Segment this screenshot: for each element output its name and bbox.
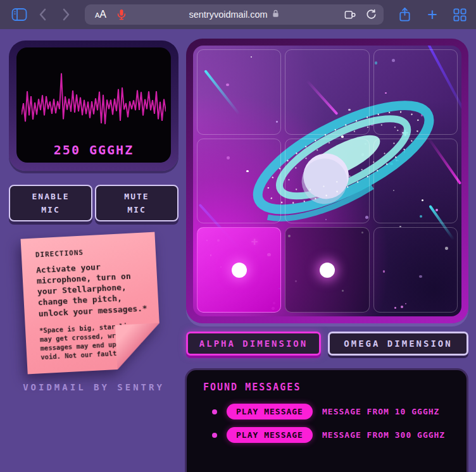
message-label: MESSAGE FROM 10 GGGHZ — [322, 407, 439, 416]
tab-overview-icon[interactable] — [453, 8, 467, 22]
back-icon[interactable] — [36, 7, 50, 22]
omega-dimension-button[interactable]: OMEGA DIMENSION — [328, 332, 468, 356]
star-grid-cell-r1c1[interactable] — [197, 49, 281, 135]
message-row: PLAY MESSAGE MESSAGE FROM 300 GGGHZ — [203, 427, 450, 443]
url-text: sentryvoidmail.com — [189, 9, 267, 20]
share-icon[interactable] — [398, 6, 412, 23]
message-label: MESSAGE FROM 300 GGGHZ — [322, 430, 445, 440]
star-grid-cell-r2c3[interactable] — [373, 139, 458, 224]
note-body: Activate your microphone, turn on your S… — [36, 259, 150, 319]
found-messages-panel: FOUND MESSAGES PLAY MESSAGE MESSAGE FROM… — [185, 368, 468, 472]
sidebar-icon[interactable] — [11, 8, 27, 22]
play-message-button[interactable]: PLAY MESSAGE — [227, 427, 313, 443]
radio-screen: 250 GGGHZ — [16, 47, 171, 163]
star-grid-cell-r2c2[interactable] — [285, 139, 369, 224]
enable-mic-button[interactable]: ENABLE MIC — [9, 185, 92, 221]
reload-icon[interactable] — [365, 8, 377, 21]
star-grid-cell-r2c1[interactable] — [197, 139, 281, 224]
bullet-dot — [212, 409, 217, 414]
found-messages-title: FOUND MESSAGES — [203, 382, 450, 393]
reader-mode-button[interactable]: AA — [95, 9, 106, 20]
forward-icon[interactable] — [59, 7, 73, 22]
voidmail-page: 250 GGGHZ ENABLE MIC MUTE MIC DIRECTIONS… — [0, 29, 476, 472]
bullet-dot — [212, 433, 217, 438]
message-row: PLAY MESSAGE MESSAGE FROM 10 GGGHZ — [203, 404, 450, 419]
message-orb — [232, 263, 247, 278]
note-heading: DIRECTIONS — [35, 245, 144, 259]
address-bar[interactable]: AA sentryvoidmail.com — [85, 4, 384, 25]
browser-toolbar: AA sentryvoidmail.com — [0, 0, 476, 29]
star-grid-cell-r3c2[interactable] — [285, 227, 369, 313]
message-orb — [320, 263, 335, 278]
space-artwork: + + — [193, 46, 461, 316]
star-grid — [197, 49, 458, 313]
star-grid-cell-r1c3[interactable] — [373, 49, 458, 135]
new-tab-icon[interactable]: + — [427, 6, 437, 23]
play-message-button[interactable]: PLAY MESSAGE — [227, 404, 313, 419]
frequency-readout: 250 GGGHZ — [16, 142, 171, 158]
brand-tagline: VOIDMAIL BY SENTRY — [9, 382, 178, 392]
url-display: sentryvoidmail.com — [85, 9, 384, 21]
star-grid-cell-r3c3[interactable] — [373, 227, 458, 313]
directions-sticky-note: DIRECTIONS Activate your microphone, tur… — [21, 232, 162, 375]
star-grid-cell-r1c2[interactable] — [285, 49, 369, 135]
star-map-panel: + + — [186, 39, 468, 323]
waveform — [22, 68, 166, 144]
lock-icon — [272, 9, 280, 21]
alpha-dimension-button[interactable]: ALPHA DIMENSION — [186, 332, 321, 356]
microphone-icon[interactable] — [115, 8, 128, 22]
extensions-icon[interactable] — [343, 8, 356, 21]
stellarphone-radio: 250 GGGHZ — [9, 40, 178, 171]
mute-mic-button[interactable]: MUTE MIC — [95, 185, 178, 221]
note-corner-curl — [115, 323, 162, 370]
star-grid-cell-r3c1[interactable] — [197, 227, 281, 313]
note-paper: DIRECTIONS Activate your microphone, tur… — [21, 232, 162, 375]
